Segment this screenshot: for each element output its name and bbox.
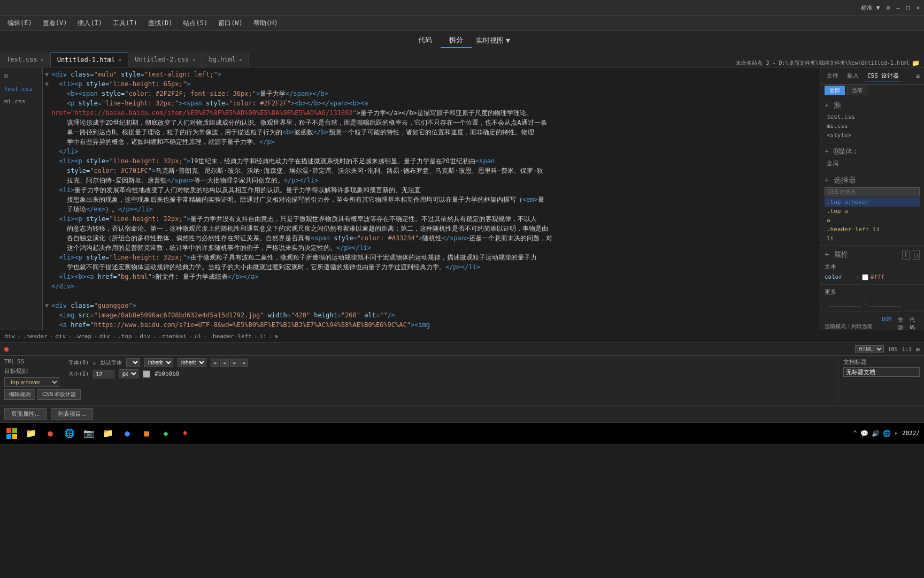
file-item-test-css[interactable]: test.css (0, 83, 42, 95)
tab-untitled-2-css[interactable]: Untitled-2.css ✕ (128, 52, 202, 67)
taskbar-icon-5[interactable]: ● (120, 426, 135, 441)
menu-view[interactable]: 查看(V) (37, 18, 73, 29)
doc-title-input[interactable] (843, 367, 920, 377)
taskbar-icon-3[interactable]: 📷 (81, 426, 96, 441)
title-standard[interactable]: 标准 ▼ (861, 4, 880, 12)
toggle-current[interactable]: 当前 (847, 86, 867, 95)
tab-bg-html[interactable]: bg.html ✕ (202, 52, 249, 67)
notif-msg[interactable]: 💬 (860, 430, 868, 437)
file-path-icon[interactable]: 📁 (912, 59, 920, 67)
line-arrow[interactable]: ▼ (45, 301, 51, 310)
breadcrumb-div2[interactable]: div (55, 333, 66, 340)
taskbar-icon-2[interactable]: 🌐 (62, 426, 77, 441)
tab-css-designer[interactable]: CSS 设计器 (865, 71, 902, 81)
toolbar-code-btn[interactable]: 代码 (410, 33, 441, 48)
breadcrumb-header[interactable]: .header (23, 333, 48, 340)
align-left-btn[interactable]: ≡ (211, 359, 219, 367)
font-inherit-1[interactable]: inherit (144, 358, 173, 367)
taskbar-icon-6[interactable]: ■ (139, 426, 154, 441)
breadcrumb-a[interactable]: a (274, 333, 278, 340)
toolbar-preview-btn[interactable]: 实时视图 ▼ (472, 34, 514, 48)
tab-close-untitled-2-css[interactable]: ✕ (192, 57, 195, 63)
file-item-mi-css[interactable]: mi.css (0, 96, 42, 107)
menu-window[interactable]: 窗口(W) (213, 18, 248, 29)
selector-header-left-li[interactable]: .header-left li (825, 225, 920, 234)
sources-title[interactable]: + 源 (825, 101, 841, 110)
title-settings[interactable]: ⚙ (887, 4, 890, 11)
dom-btn-snippets[interactable]: 代码片断 (907, 316, 920, 330)
menu-help[interactable]: 帮助(H) (248, 18, 283, 29)
menu-tools[interactable]: 工具(T) (107, 18, 143, 29)
source-test-css[interactable]: test.css (825, 112, 920, 121)
toggle-all[interactable]: 全部 (825, 86, 845, 95)
edit-rule-btn[interactable]: 编辑规则 (4, 389, 35, 400)
notif-power[interactable]: ⚡ (894, 430, 898, 437)
line-arrow[interactable]: ▼ (45, 79, 51, 89)
filter-icon[interactable]: ≡ (916, 72, 920, 80)
line-arrow[interactable]: ▼ (45, 70, 51, 79)
selector-top-a-hover[interactable]: .top a:hover (825, 197, 920, 207)
notif-chevron[interactable]: ^ (853, 430, 857, 437)
add-property-input[interactable] (829, 300, 861, 307)
breadcrumb-ul[interactable]: ul (194, 333, 201, 340)
taskbar-clock[interactable]: 2022/ (902, 430, 920, 437)
breadcrumb-li[interactable]: li (259, 333, 266, 340)
selector-title[interactable]: + 选择器 (825, 176, 856, 185)
taskbar-icon-7[interactable]: ◆ (158, 426, 173, 441)
breadcrumb-div3[interactable]: div (99, 333, 110, 340)
breadcrumb-div4[interactable]: div (140, 333, 150, 340)
font-face-select[interactable] (126, 358, 140, 367)
color-swatch-bottom[interactable] (143, 370, 150, 378)
title-maximize[interactable]: □ (906, 4, 910, 11)
title-minimize[interactable]: — (896, 4, 900, 11)
source-style[interactable]: <style> (825, 131, 920, 140)
menu-insert[interactable]: 插入(I) (72, 18, 107, 29)
tab-untitled-1-html[interactable]: Untitled-1.html ✕ (51, 52, 128, 67)
mode-select[interactable]: HTML (855, 345, 884, 353)
tab-file[interactable]: 文件 (825, 71, 841, 81)
taskbar-start[interactable] (4, 426, 19, 441)
tab-test-css[interactable]: Test.css ✕ (0, 52, 51, 67)
add-value-input[interactable] (869, 300, 901, 307)
selector-a[interactable]: a (825, 216, 920, 225)
menu-site[interactable]: 站点(S) (178, 18, 213, 29)
color-swatch[interactable] (862, 274, 868, 280)
at-rule-global[interactable]: 全局 (825, 158, 920, 169)
menu-edit[interactable]: 编辑(E) (2, 18, 37, 29)
source-mi-css[interactable]: mi.css (825, 121, 920, 131)
font-inherit-2[interactable]: inherit (178, 358, 206, 367)
tab-close-test-css[interactable]: ✕ (41, 57, 44, 63)
tab-close-bg-html[interactable]: ✕ (239, 57, 242, 63)
breadcrumb-div1[interactable]: div (4, 333, 15, 340)
tab-close-untitled-1-html[interactable]: ✕ (118, 57, 121, 63)
page-props-btn[interactable]: 页面属性... (4, 408, 47, 420)
selector-top-a[interactable]: .top a (825, 207, 920, 216)
list-items-btn[interactable]: 列表项目... (51, 408, 93, 420)
property-title[interactable]: + 属性 (825, 250, 849, 260)
dom-btn-assets[interactable]: 资源 (896, 316, 905, 330)
size-input[interactable] (93, 370, 114, 378)
tab-insert[interactable]: 插入 (845, 71, 861, 81)
taskbar-icon-1[interactable]: ● (43, 426, 58, 441)
breadcrumb-wrap[interactable]: .wrap (74, 333, 91, 340)
notif-sound[interactable]: 🔊 (872, 430, 880, 437)
taskbar-icon-4[interactable]: 📁 (101, 426, 116, 441)
prop-box-icon[interactable]: □ (912, 250, 920, 260)
code-editor[interactable]: ▼ <div class="mulu" style="text-align: l… (43, 67, 820, 330)
taskbar-icon-8[interactable]: ♦ (178, 426, 192, 441)
breadcrumb-top[interactable]: .top (118, 333, 132, 340)
prop-text-icon[interactable]: T (902, 250, 910, 260)
breadcrumb-header-left[interactable]: .header-left (209, 333, 251, 340)
toolbar-split-btn[interactable]: 拆分 (441, 33, 472, 48)
menu-find[interactable]: 查找(D) (143, 18, 178, 29)
align-justify-btn[interactable]: ≡ (240, 359, 248, 367)
target-rule-select[interactable]: .top a:hover (4, 377, 59, 387)
grid-icon[interactable]: ⊞ (916, 346, 920, 353)
at-rules-title[interactable]: + @媒体: (825, 147, 858, 156)
align-right-btn[interactable]: ≡ (230, 359, 238, 367)
breadcrumb-zhankai[interactable]: .zhankai (158, 333, 187, 340)
taskbar-explorer[interactable]: 📁 (24, 426, 38, 441)
title-close[interactable]: ✕ (916, 4, 920, 11)
align-center-btn[interactable]: ≡ (220, 359, 229, 367)
selector-search-input[interactable] (825, 187, 920, 196)
